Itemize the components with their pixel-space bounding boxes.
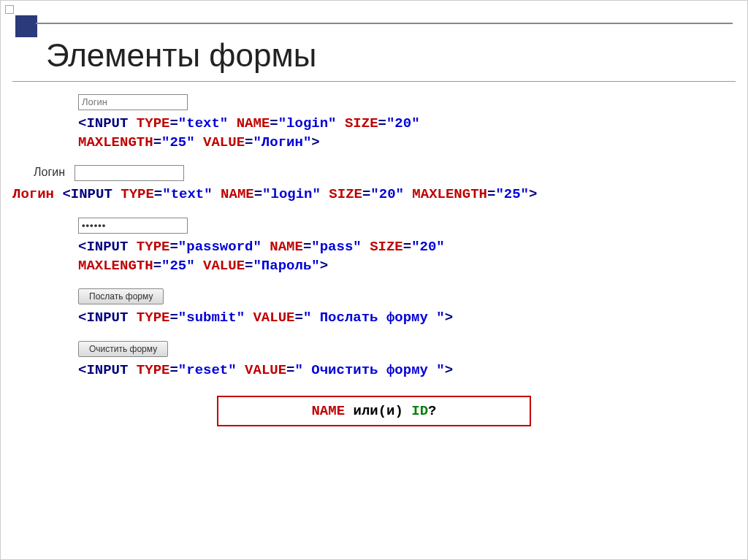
slide-title: Элементы формы bbox=[46, 37, 316, 74]
code-block-4: <INPUT TYPE="submit" VALUE=" Послать фор… bbox=[78, 309, 736, 328]
code-block-1: <INPUT TYPE="text" NAME="login" SIZE="20… bbox=[78, 115, 736, 152]
callout-text: NAME или(и) ID? bbox=[311, 403, 436, 419]
login-input-demo: Логин bbox=[78, 94, 188, 110]
title-underline bbox=[12, 81, 736, 82]
login-label: Логин bbox=[12, 166, 71, 179]
slide: Элементы формы Логин <INPUT TYPE="text" … bbox=[0, 0, 748, 560]
submit-button-demo: Послать форму bbox=[78, 288, 164, 304]
content-area: Логин <INPUT TYPE="text" NAME="login" SI… bbox=[12, 94, 736, 551]
code-block-5: <INPUT TYPE="reset" VALUE=" Очистить фор… bbox=[78, 361, 736, 380]
empty-login-input-demo bbox=[75, 165, 184, 181]
password-input-demo: •••••• bbox=[78, 218, 188, 234]
code-block-3: <INPUT TYPE="password" NAME="pass" SIZE=… bbox=[78, 238, 736, 275]
callout-box: NAME или(и) ID? bbox=[217, 396, 531, 426]
top-divider bbox=[36, 23, 733, 24]
code-2-prefix: Логин bbox=[12, 186, 54, 202]
code-block-2: Логин <INPUT TYPE="text" NAME="login" SI… bbox=[12, 185, 736, 204]
reset-button-demo: Очистить форму bbox=[78, 341, 168, 357]
